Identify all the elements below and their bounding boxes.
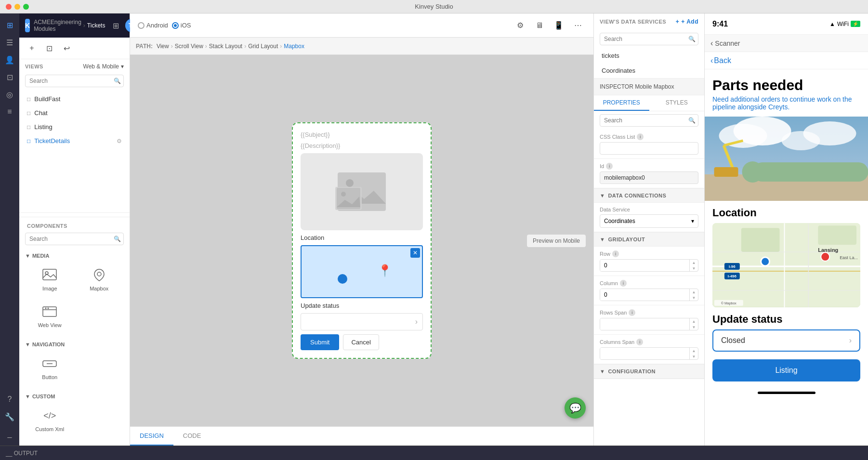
android-radio-label[interactable]: Android [138, 22, 168, 29]
ios-radio-label[interactable]: iOS [172, 22, 191, 29]
chat-fab[interactable]: 💬 [565, 397, 586, 419]
rail-output-icon[interactable]: _ [2, 426, 17, 442]
inspector-header: INSPECTOR Mobile Mapbox [594, 79, 704, 95]
rail-devices-icon[interactable]: ⊡ [2, 69, 17, 85]
rows-span-label: Rows Span i [600, 309, 698, 316]
column-up-arrow[interactable]: ▲ [689, 289, 698, 295]
css-class-input[interactable] [600, 142, 698, 155]
mobile-select-row[interactable]: › [301, 313, 423, 330]
cancel-button[interactable]: Cancel [343, 334, 379, 350]
phone-closed-row[interactable]: Closed › [712, 329, 860, 352]
path-view[interactable]: View [157, 43, 169, 50]
path-scroll-view[interactable]: Scroll View [175, 43, 203, 50]
submit-button[interactable]: Submit [301, 334, 339, 350]
component-button[interactable]: Button [27, 351, 73, 384]
data-service-coordinates[interactable]: Coordinates [594, 63, 704, 78]
rows-span-up-arrow[interactable]: ▲ [689, 318, 698, 324]
rail-analytics-icon[interactable]: ≡ [2, 104, 17, 119]
column-down-arrow[interactable]: ▼ [689, 295, 698, 301]
id-info-icon[interactable]: i [606, 163, 613, 170]
component-mapbox[interactable]: Mapbox [77, 263, 122, 295]
battery-icon: ⚡ [851, 21, 860, 27]
component-image[interactable]: Image [27, 263, 73, 295]
rail-data-icon[interactable]: ☰ [2, 35, 17, 50]
ticketdetails-gear-icon[interactable]: ⚙ [117, 138, 122, 145]
sidebar-item-buildfast[interactable]: □ BuildFast [19, 92, 130, 106]
phone-listing-button[interactable]: Listing [712, 359, 860, 381]
platform-select[interactable]: Web & Mobile ▾ [83, 63, 124, 70]
android-label: Android [146, 22, 168, 29]
inspector-search-input[interactable] [600, 114, 698, 127]
path-stack-layout[interactable]: Stack Layout [209, 43, 242, 50]
columns-span-input[interactable] [600, 348, 689, 359]
columns-span-up-arrow[interactable]: ▲ [689, 348, 698, 354]
columns-span-down-arrow[interactable]: ▼ [689, 354, 698, 359]
media-group-header[interactable]: ▼ MEDIA [19, 251, 130, 261]
custom-label: CUSTOM [32, 394, 55, 399]
tab-properties[interactable]: PROPERTIES [594, 95, 649, 111]
breadcrumb-sep-1: › [83, 22, 85, 29]
data-services-search-input[interactable] [600, 33, 698, 45]
close-button[interactable] [6, 4, 12, 10]
css-class-info-icon[interactable]: i [637, 133, 644, 140]
maximize-button[interactable] [23, 4, 29, 10]
rows-span-input[interactable] [600, 318, 689, 330]
desktop-icon[interactable]: 🖥 [532, 18, 547, 33]
minimize-button[interactable] [14, 4, 20, 10]
more-icon[interactable]: ⋯ [570, 18, 586, 33]
rail-location-icon[interactable]: ◎ [2, 87, 17, 102]
tab-code[interactable]: CODE [173, 427, 211, 446]
component-webview[interactable]: Web View [27, 299, 73, 332]
column-info-icon[interactable]: i [620, 280, 627, 287]
columns-span-info-icon[interactable]: i [636, 339, 643, 345]
component-custom-xml[interactable]: </> Custom Xml [27, 403, 73, 436]
mobile-icon[interactable]: 📱 [551, 18, 566, 33]
data-service-tickets[interactable]: tickets [594, 48, 704, 63]
svg-rect-21 [753, 162, 868, 182]
data-connections-header[interactable]: ▼ DATA CONNECTIONS [594, 189, 704, 203]
rail-wrench-icon[interactable]: 🔧 [2, 409, 17, 424]
views-search-input[interactable] [25, 75, 124, 87]
undo-icon[interactable]: ↩ [60, 41, 73, 55]
rows-span-info-icon[interactable]: i [629, 309, 635, 316]
rows-span-down-arrow[interactable]: ▼ [689, 324, 698, 330]
path-grid-layout[interactable]: Grid Layout [248, 43, 278, 50]
sidebar-item-ticketdetails[interactable]: □ TicketDetails ⚙ [19, 134, 130, 148]
copy-icon[interactable]: ⊡ [42, 41, 56, 55]
grid-icon[interactable]: ⊞ [109, 19, 122, 32]
components-search-input[interactable] [25, 233, 124, 245]
sidebar-item-chat[interactable]: □ Chat [19, 106, 130, 120]
gridlayout-header[interactable]: ▼ GRIDLAYOUT [594, 233, 704, 247]
path-mapbox[interactable]: Mapbox [284, 43, 304, 50]
navigation-group-header[interactable]: ▼ NAVIGATION [19, 340, 130, 349]
rail-users-icon[interactable]: 👤 [2, 52, 17, 67]
back-button[interactable]: ‹ Back [710, 56, 731, 65]
phone-title: Parts needed [705, 69, 868, 95]
tab-styles[interactable]: STYLES [649, 95, 705, 111]
window-controls [6, 4, 29, 10]
rail-home-icon[interactable]: ⊞ [2, 17, 17, 33]
configuration-header[interactable]: ▼ CONFIGURATION [594, 365, 704, 379]
row-up-arrow[interactable]: ▲ [689, 260, 698, 265]
row-down-arrow[interactable]: ▼ [689, 265, 698, 271]
column-input[interactable]: 0 [600, 289, 689, 301]
mobile-map-area[interactable]: ✕ 📍 [301, 245, 423, 298]
sidebar-item-label-ticketdetails: TicketDetails [34, 137, 70, 145]
sidebar-item-listing[interactable]: □ Listing [19, 120, 130, 134]
breadcrumb-acme[interactable]: ACMEEngineering Modules [34, 19, 81, 32]
custom-group-header[interactable]: ▼ CUSTOM [19, 392, 130, 401]
settings-icon[interactable]: ⚙ [513, 18, 528, 33]
mobile-map-delete-icon[interactable]: ✕ [410, 248, 420, 258]
breadcrumb-tickets[interactable]: Tickets [87, 22, 105, 29]
row-info-icon[interactable]: i [612, 250, 619, 257]
add-data-service-button[interactable]: + + Add [676, 18, 698, 25]
preview-on-mobile-button[interactable]: Preview on Mobile [527, 235, 586, 247]
add-view-icon[interactable]: + [25, 41, 39, 55]
tab-design[interactable]: DESIGN [130, 427, 173, 446]
android-radio[interactable] [138, 22, 145, 29]
data-service-select[interactable]: Coordinates ▾ [600, 214, 698, 228]
rail-help-icon[interactable]: ? [2, 392, 17, 407]
phone-map[interactable]: I-96 I-496 Lansing East La... © Mapbox [712, 223, 860, 307]
row-input[interactable]: 0 [600, 260, 689, 271]
ios-radio[interactable] [172, 22, 179, 29]
